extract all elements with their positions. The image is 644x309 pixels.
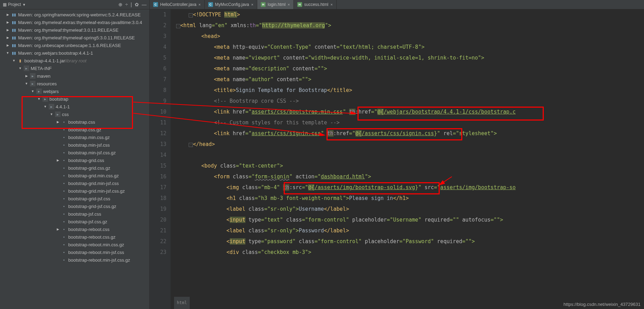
file-icon: ▪ — [61, 234, 67, 240]
tree-item[interactable]: ▪bootstrap-reboot.min-jsf.css — [0, 248, 149, 256]
code-area[interactable]: 1234567891011121314151617181920212223 −<… — [150, 9, 644, 309]
tree-item[interactable]: ▪bootstrap-grid.css.gz — [0, 164, 149, 172]
code-line: <body class="text-center"> — [176, 161, 644, 171]
sidebar-title[interactable]: ▦ Project ▼ — [3, 2, 26, 7]
close-icon[interactable]: × — [198, 2, 201, 7]
tree-arrow-icon[interactable]: ▶ — [56, 227, 60, 231]
sidebar-header: ▦ Project ▼ ⊕ ÷ | ✿ — — [0, 0, 149, 9]
tree-item[interactable]: ▶▮▮Maven: org.thymeleaf.extras:thymeleaf… — [0, 18, 149, 26]
code-content[interactable]: −<!DOCTYPE html>−<html lang="en" xmlns:t… — [171, 9, 644, 309]
editor-tab[interactable]: Hsuccess.html× — [294, 0, 337, 9]
tree-item-label: maven — [37, 74, 50, 79]
line-number: 18 — [150, 193, 166, 204]
code-line: −</head> — [176, 139, 644, 150]
tree-arrow-icon[interactable]: ▼ — [31, 90, 35, 93]
tree-item[interactable]: ▼▮bootstrap-4.4.1-1.jar library root — [0, 57, 149, 64]
tree-item-label: META-INF — [31, 66, 52, 71]
tree-item[interactable]: ▪bootstrap.css.gz — [0, 126, 149, 133]
tree-item[interactable]: ▼▸resources — [0, 80, 149, 87]
tree-arrow-icon[interactable]: ▶ — [6, 21, 10, 24]
tree-item-label: Maven: org.webjars:bootstrap:4.4.1-1 — [18, 51, 93, 56]
tree-item[interactable]: ▼▸webjars — [0, 87, 149, 95]
tree-arrow-icon[interactable]: ▶ — [6, 28, 10, 32]
tree-arrow-icon[interactable]: ▶ — [56, 120, 60, 124]
editor-tab[interactable]: Hlogin.html× — [257, 0, 294, 9]
tree-item[interactable]: ▪bootstrap.min.css.gz — [0, 133, 149, 141]
tree-item[interactable]: ▪bootstrap-grid-jsf.css — [0, 195, 149, 202]
tree-item[interactable]: ▶▮▮Maven: org.thymeleaf:thymeleaf-spring… — [0, 34, 149, 41]
line-number: 2 — [150, 20, 166, 31]
tree-item[interactable]: ▶▮▮Maven: org.thymeleaf:thymeleaf:3.0.11… — [0, 26, 149, 34]
tree-item-label: bootstrap — [49, 96, 68, 102]
sidebar-title-label: Project — [8, 2, 21, 7]
tree-item[interactable]: ▪bootstrap.min-jsf.css — [0, 141, 149, 149]
tree-item[interactable]: ▶▮▮Maven: org.springframework:spring-web… — [0, 11, 149, 18]
tree-arrow-icon[interactable]: ▼ — [49, 113, 54, 116]
html-file-icon: H — [297, 2, 302, 7]
tree-item[interactable]: ▪bootstrap-reboot.min.css.gz — [0, 241, 149, 248]
tree-arrow-icon[interactable]: ▼ — [24, 82, 29, 85]
tab-label: login.html — [268, 2, 285, 7]
editor-tab[interactable]: CHelloController.java× — [150, 0, 205, 9]
editor-tab[interactable]: CMyMvcConfig.java× — [205, 0, 257, 9]
close-icon[interactable]: × — [288, 2, 290, 7]
library-icon: ▮▮ — [11, 12, 17, 17]
tree-item[interactable]: ▼▸bootstrap — [0, 95, 149, 103]
tree-arrow-icon[interactable]: ▶ — [56, 159, 60, 162]
close-icon[interactable]: × — [251, 2, 253, 7]
tree-item[interactable]: ▪bootstrap-grid.min.css.gz — [0, 172, 149, 179]
collapse-icon[interactable]: ÷ — [125, 2, 128, 7]
tree-arrow-icon[interactable]: ▶ — [6, 36, 10, 39]
tree-item[interactable]: ▪bootstrap.min-jsf.css.gz — [0, 149, 149, 156]
tree-item-label: 4.4.1-1 — [56, 104, 70, 109]
tree-item[interactable]: ▶▮▮Maven: org.unbescape:unbescape:1.1.6.… — [0, 41, 149, 49]
tree-item[interactable]: ▪bootstrap-reboot.css.gz — [0, 233, 149, 241]
tree-item-label: bootstrap-grid.min-jsf.css.gz — [68, 188, 125, 194]
tree-arrow-icon[interactable]: ▶ — [6, 44, 10, 47]
tree-arrow-icon[interactable]: ▶ — [6, 13, 10, 16]
close-icon[interactable]: × — [330, 2, 332, 7]
code-line: <meta http-equiv="Content-Type" content=… — [176, 42, 644, 53]
tree-item[interactable]: ▪bootstrap-grid.min-jsf.css.gz — [0, 187, 149, 195]
tree-arrow-icon[interactable]: ▼ — [18, 67, 22, 70]
tree-item[interactable]: ▪bootstrap-reboot.min-jsf.css.gz — [0, 256, 149, 264]
tree-item[interactable]: ▶▪bootstrap-reboot.css — [0, 225, 149, 233]
tab-label: HelloController.java — [160, 2, 196, 7]
target-icon[interactable]: ⊕ — [118, 2, 123, 7]
tree-item[interactable]: ▶▸maven — [0, 72, 149, 80]
file-icon: ▪ — [61, 165, 67, 171]
tree-item[interactable]: ▼▸META-INF — [0, 64, 149, 72]
folder-icon: ▸ — [55, 111, 61, 117]
line-number: 4 — [150, 42, 166, 53]
minimize-icon[interactable]: — — [142, 2, 147, 7]
code-line: <div class="checkbox mb-3"> — [176, 247, 644, 258]
folder-icon: ▸ — [24, 65, 29, 71]
tree-item[interactable]: ▶▪bootstrap-grid.css — [0, 156, 149, 164]
tree-item[interactable]: ▪bootstrap-grid.min-jsf.css — [0, 179, 149, 187]
tree-item[interactable]: ▪bootstrap-jsf.css.gz — [0, 218, 149, 225]
library-icon: ▮▮ — [11, 20, 17, 25]
tree-item-label: bootstrap-jsf.css — [68, 211, 101, 217]
tree-arrow-icon[interactable]: ▼ — [43, 105, 47, 108]
tree-item-label: bootstrap-reboot.min.css.gz — [68, 242, 124, 247]
gutter: 1234567891011121314151617181920212223 — [150, 9, 171, 309]
tree-item[interactable]: ▼▸css — [0, 110, 149, 118]
tree-item[interactable]: ▼▸4.4.1-1 — [0, 103, 149, 110]
file-icon: ▪ — [61, 180, 67, 186]
tree-arrow-icon[interactable]: ▼ — [12, 59, 16, 62]
gear-icon[interactable]: ✿ — [135, 2, 139, 7]
breadcrumb[interactable]: html — [174, 297, 190, 309]
tree-item[interactable]: ▶▪bootstrap.css — [0, 118, 149, 126]
tree-item[interactable]: ▪bootstrap-grid-jsf.css.gz — [0, 202, 149, 210]
tree-arrow-icon[interactable]: ▼ — [6, 51, 10, 55]
line-number: 10 — [150, 107, 166, 117]
tree-item[interactable]: ▼▮▮Maven: org.webjars:bootstrap:4.4.1-1 — [0, 49, 149, 57]
code-line: <label class="sr-only">Username</label> — [176, 204, 644, 215]
tree-item-label: Maven: org.thymeleaf.extras:thymeleaf-ex… — [18, 20, 142, 25]
code-line: <link href="asserts/css/bootstrap.min.cs… — [176, 107, 644, 117]
tree-item[interactable]: ▪bootstrap-jsf.css — [0, 210, 149, 218]
tree-arrow-icon[interactable]: ▼ — [37, 97, 41, 101]
tree-arrow-icon[interactable]: ▶ — [24, 74, 29, 78]
jar-icon: ▮ — [17, 58, 23, 63]
project-tree[interactable]: ▶▮▮Maven: org.springframework:spring-web… — [0, 9, 149, 309]
